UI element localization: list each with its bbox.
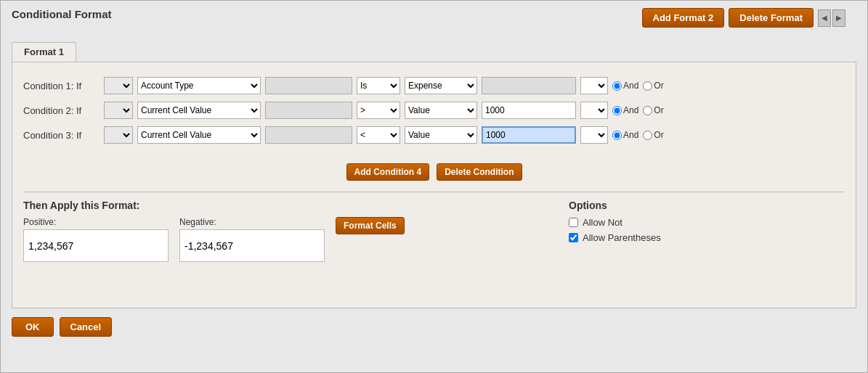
condition-2-or-label[interactable]: Or: [643, 105, 663, 115]
ok-button[interactable]: OK: [12, 317, 54, 337]
condition-2-type-select[interactable]: Value Cell Reference: [405, 102, 477, 119]
tab-format1[interactable]: Format 1: [12, 42, 76, 62]
condition-3-mid-input[interactable]: [265, 126, 352, 144]
condition-2-mid-input[interactable]: [265, 102, 352, 119]
pos-neg-row: Positive: 1,234,567 Negative: -1,234,567…: [23, 217, 569, 262]
delete-format-button[interactable]: Delete Format: [729, 8, 814, 28]
condition-2-or-radio[interactable]: [643, 106, 652, 115]
bottom-buttons: OK Cancel: [12, 308, 856, 337]
negative-preview: -1,234,567: [179, 229, 325, 262]
conditions-area: Condition 1: If Account Type Current Cel…: [23, 73, 845, 155]
allow-parentheses-row: Allow Parentheses: [569, 232, 845, 243]
condition-2-field-select[interactable]: Current Cell Value Account Type Account …: [137, 102, 261, 119]
condition-row-1: Condition 1: If Account Type Current Cel…: [23, 77, 845, 94]
options-title: Options: [569, 200, 845, 211]
allow-not-checkbox[interactable]: [569, 218, 578, 227]
section-divider: [23, 192, 845, 192]
condition-2-and-label[interactable]: And: [612, 105, 638, 115]
condition-3-or-label[interactable]: Or: [643, 130, 663, 140]
tabs-bar: Format 1: [12, 42, 856, 62]
condition-1-value-input[interactable]: [482, 77, 576, 94]
add-condition-button[interactable]: Add Condition 4: [346, 163, 430, 181]
nav-left-arrow[interactable]: ◀: [818, 9, 831, 27]
condition-1-if-select[interactable]: [104, 77, 133, 94]
format-section: Then Apply this Format: Positive: 1,234,…: [23, 200, 845, 269]
tab-content: Condition 1: If Account Type Current Cel…: [12, 62, 856, 308]
top-buttons-area: Add Format 2 Delete Format ◀ ▶: [642, 8, 846, 28]
add-delete-row: Add Condition 4 Delete Condition: [23, 163, 845, 181]
positive-label: Positive:: [23, 217, 169, 227]
condition-row-2: Condition 2: If Current Cell Value Accou…: [23, 102, 845, 119]
condition-1-or-label[interactable]: Or: [643, 81, 663, 91]
cancel-button[interactable]: Cancel: [60, 317, 113, 337]
condition-row-3: Condition 3: If Current Cell Value Accou…: [23, 126, 845, 144]
allow-parentheses-checkbox[interactable]: [569, 233, 578, 242]
condition-2-value-input[interactable]: [482, 102, 576, 119]
then-apply-title: Then Apply this Format:: [23, 200, 569, 211]
negative-label: Negative:: [179, 217, 325, 227]
format-cells-button[interactable]: Format Cells: [336, 217, 405, 234]
condition-3-and-radio[interactable]: [612, 131, 622, 140]
condition-3-radio-group: And Or: [612, 130, 664, 140]
options-section: Options Allow Not Allow Parentheses: [569, 200, 845, 269]
condition-1-or-radio[interactable]: [643, 81, 652, 91]
condition-3-or-radio[interactable]: [643, 131, 652, 140]
condition-1-mid-input[interactable]: [265, 77, 352, 94]
allow-not-label: Allow Not: [583, 217, 622, 228]
positive-box: Positive: 1,234,567: [23, 217, 169, 262]
condition-2-if-select[interactable]: [104, 102, 133, 119]
condition-2-radio-group: And Or: [612, 105, 664, 115]
condition-3-extra-select[interactable]: [580, 126, 608, 144]
condition-1-extra-select[interactable]: [580, 77, 608, 94]
condition-1-op-select[interactable]: IsIs Not><>=<=: [357, 77, 400, 94]
condition-1-and-radio[interactable]: [612, 81, 622, 91]
condition-2-label: Condition 2: If: [23, 105, 100, 116]
condition-1-radio-group: And Or: [612, 81, 664, 91]
allow-parentheses-label: Allow Parentheses: [583, 232, 661, 243]
condition-2-op-select[interactable]: IsIs Not><>=<=: [357, 102, 400, 119]
condition-1-field-select[interactable]: Account Type Current Cell Value Account …: [137, 77, 261, 94]
condition-2-extra-select[interactable]: [580, 102, 608, 119]
condition-1-label: Condition 1: If: [23, 81, 100, 91]
condition-3-value-input[interactable]: [482, 126, 576, 144]
then-apply-section: Then Apply this Format: Positive: 1,234,…: [23, 200, 569, 269]
condition-3-type-select[interactable]: Value Cell Reference: [405, 126, 477, 144]
condition-1-and-label[interactable]: And: [612, 81, 638, 91]
condition-1-type-select[interactable]: Expense Income Asset Liability: [405, 77, 477, 94]
allow-not-row: Allow Not: [569, 217, 845, 228]
condition-3-op-select[interactable]: IsIs Not><>=<=: [357, 126, 400, 144]
add-format-button[interactable]: Add Format 2: [642, 8, 725, 28]
conditional-format-dialog: Conditional Format Add Format 2 Delete F…: [0, 0, 868, 373]
condition-3-label: Condition 3: If: [23, 130, 100, 141]
condition-3-and-label[interactable]: And: [612, 130, 638, 140]
negative-box: Negative: -1,234,567: [179, 217, 325, 262]
condition-3-field-select[interactable]: Current Cell Value Account Type Account …: [137, 126, 261, 144]
nav-arrows: ◀ ▶: [818, 9, 845, 27]
condition-3-if-select[interactable]: [104, 126, 133, 144]
nav-right-arrow[interactable]: ▶: [832, 9, 845, 27]
condition-2-and-radio[interactable]: [612, 106, 622, 115]
delete-condition-button[interactable]: Delete Condition: [437, 163, 522, 181]
positive-preview: 1,234,567: [23, 229, 169, 262]
